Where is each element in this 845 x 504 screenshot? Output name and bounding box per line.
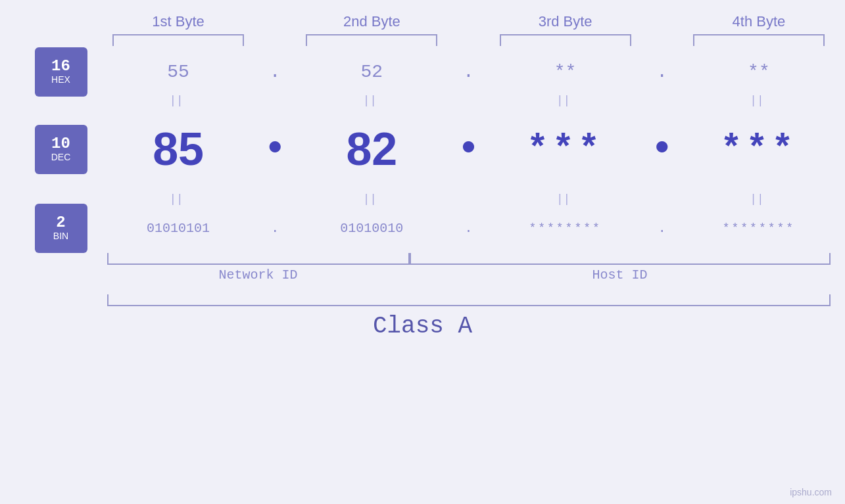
- network-bracket: [107, 253, 410, 265]
- hex-badge: 16 HEX: [35, 47, 87, 97]
- sep1-b2: ||: [306, 93, 437, 107]
- bracket-b2: [306, 34, 437, 46]
- bin-b2: 01010010: [306, 221, 437, 236]
- byte1-header: 1st Byte: [112, 13, 244, 30]
- dec-dot2: •: [448, 127, 488, 172]
- bin-dot2: .: [448, 221, 488, 236]
- host-bracket: [410, 253, 831, 265]
- sep1-b4: ||: [693, 93, 825, 107]
- bin-dot1: .: [255, 221, 295, 236]
- dec-b1: 85: [112, 123, 244, 175]
- host-id-label: Host ID: [410, 267, 831, 283]
- bin-b4: ********: [693, 221, 825, 235]
- hex-b2: 52: [306, 62, 437, 82]
- byte2-header: 2nd Byte: [306, 13, 437, 30]
- bin-badge: 2 BIN: [35, 204, 87, 253]
- bracket-b3: [500, 34, 631, 46]
- dec-b3: ***: [500, 129, 631, 170]
- sep1-b3: ||: [500, 93, 631, 107]
- dec-badge: 10 DEC: [35, 125, 87, 174]
- dec-dot1: •: [255, 127, 295, 172]
- hex-b3: **: [500, 62, 631, 82]
- byte3-header: 3rd Byte: [500, 13, 631, 30]
- sep2-b1: ||: [112, 192, 244, 206]
- bin-b3: ********: [500, 221, 631, 235]
- dec-b4: ***: [693, 129, 825, 170]
- main-container: 1st Byte 2nd Byte 3rd Byte 4th Byte 16 H…: [0, 0, 845, 504]
- network-id-label: Network ID: [107, 267, 410, 283]
- hex-b4: **: [693, 62, 825, 82]
- bin-dot3: .: [642, 221, 682, 236]
- sep2-b3: ||: [500, 192, 631, 206]
- dec-dot3: •: [642, 127, 682, 172]
- bracket-b4: [693, 34, 825, 46]
- sep1-b1: ||: [112, 93, 244, 107]
- hex-b1: 55: [112, 62, 244, 82]
- hex-dot3: .: [642, 62, 682, 82]
- sep2-b4: ||: [693, 192, 825, 206]
- dec-b2: 82: [306, 123, 437, 175]
- byte4-header: 4th Byte: [693, 13, 825, 30]
- hex-dot2: .: [448, 62, 488, 82]
- full-bottom-bracket: [107, 294, 831, 306]
- bracket-b1: [112, 34, 244, 46]
- bin-b1: 01010101: [112, 221, 244, 236]
- hex-dot1: .: [255, 62, 295, 82]
- watermark: ipshu.com: [790, 487, 832, 497]
- sep2-b2: ||: [306, 192, 437, 206]
- class-label: Class A: [0, 313, 845, 340]
